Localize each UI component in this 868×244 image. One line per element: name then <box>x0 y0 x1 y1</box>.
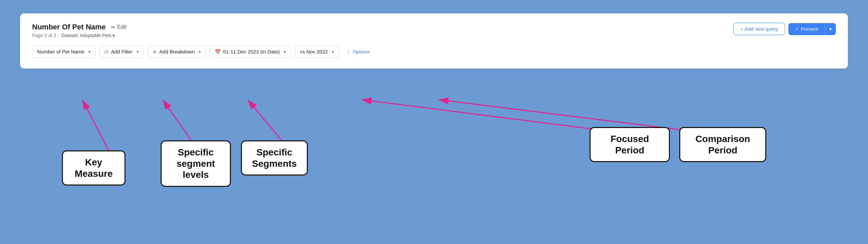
card-title-area: Number Of Pet Name ✏ Edit Page 3 of 3 | … <box>32 23 128 38</box>
separator: | <box>58 33 60 38</box>
focused-period-annotation: FocusedPeriod <box>590 127 670 162</box>
key-measure-annotation: Key Measure <box>62 150 125 185</box>
date-dropdown[interactable]: 📅 01-11 Dec 2022 (In Date) ▾ <box>210 45 291 58</box>
page-title: Number Of Pet Name <box>32 23 106 31</box>
toolbar: Number of Pet Name ▾ ⊟ Add Filter ▾ ⊕ Ad… <box>32 45 836 58</box>
svg-line-4 <box>438 100 713 134</box>
add-new-query-button[interactable]: + Add new query <box>734 23 785 35</box>
clock-icon: ⊕ <box>153 49 157 55</box>
measure-label: Number of Pet Name <box>37 49 84 55</box>
chevron-down-icon: ▾ <box>113 33 115 38</box>
specific-segment-levels-annotation: Specificsegmentlevels <box>161 140 231 187</box>
calendar-icon: 📅 <box>215 49 220 55</box>
measure-dropdown[interactable]: Number of Pet Name ▾ <box>32 45 95 58</box>
svg-line-2 <box>248 100 284 144</box>
filter-label: Add Filter <box>111 49 132 55</box>
breakdown-dropdown[interactable]: ⊕ Add Breakdown ▾ <box>148 45 206 58</box>
dataset-link[interactable]: Dataset: Adoptable Pets ▾ <box>61 33 115 38</box>
date-label: 01-11 Dec 2022 (In Date) <box>223 49 280 55</box>
ellipsis-icon: ⋮ <box>346 49 351 55</box>
main-card: Number Of Pet Name ✏ Edit Page 3 of 3 | … <box>20 13 848 69</box>
page-number: Page 3 of 3 <box>32 33 56 38</box>
filter-icon: ⊟ <box>104 49 108 55</box>
dataset-label: Dataset: Adoptable Pets <box>61 33 112 38</box>
chevron-down-icon: ▾ <box>136 49 138 54</box>
present-button-group: ✓ Present ▾ <box>788 23 836 35</box>
compare-label: vs Nov 2022 <box>300 49 328 55</box>
card-title: Number Of Pet Name ✏ Edit <box>32 23 128 31</box>
edit-button[interactable]: ✏ Edit <box>109 24 128 31</box>
breakdown-label: Add Breakdown <box>159 49 195 55</box>
specific-segments-annotation: SpecificSegments <box>241 140 308 175</box>
pencil-icon: ✏ <box>111 24 116 30</box>
card-header: Number Of Pet Name ✏ Edit Page 3 of 3 | … <box>32 23 836 38</box>
svg-line-1 <box>163 100 194 144</box>
chevron-down-icon: ▾ <box>332 49 334 54</box>
header-actions: + Add new query ✓ Present ▾ <box>734 23 836 35</box>
filter-dropdown[interactable]: ⊟ Add Filter ▾ <box>99 45 144 58</box>
present-button[interactable]: ✓ Present <box>788 23 825 35</box>
chevron-down-icon: ▾ <box>284 49 286 54</box>
present-chevron-button[interactable]: ▾ <box>825 23 836 35</box>
options-button[interactable]: ⋮ Options <box>343 46 373 58</box>
chevron-down-icon: ▾ <box>199 49 201 54</box>
svg-line-3 <box>362 100 629 134</box>
chevron-down-icon: ▾ <box>88 49 90 54</box>
card-subtitle: Page 3 of 3 | Dataset: Adoptable Pets ▾ <box>32 33 128 38</box>
comparison-period-annotation: ComparisonPeriod <box>679 127 766 162</box>
svg-line-0 <box>82 100 111 154</box>
compare-dropdown[interactable]: vs Nov 2022 ▾ <box>295 45 339 58</box>
